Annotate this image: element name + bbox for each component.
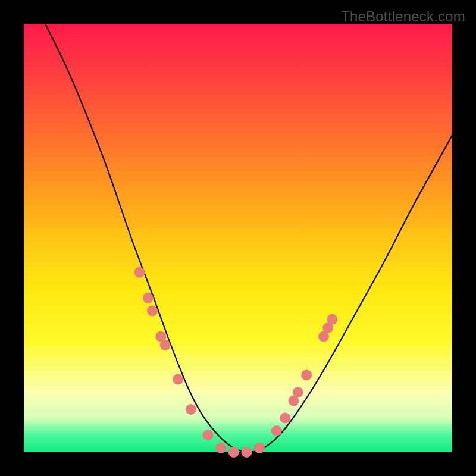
data-marker <box>254 443 265 453</box>
data-marker <box>327 314 337 325</box>
watermark-text: TheBottleneck.com <box>341 8 465 25</box>
data-marker <box>271 425 282 436</box>
data-marker <box>134 267 145 278</box>
data-marker <box>280 412 290 423</box>
data-marker <box>301 369 312 380</box>
data-marker <box>173 374 183 385</box>
marker-layer <box>134 267 337 458</box>
chart-frame: TheBottleneck.com <box>0 0 476 476</box>
data-marker <box>228 447 239 458</box>
data-marker <box>143 293 154 303</box>
data-marker <box>215 443 226 453</box>
data-marker <box>147 305 158 316</box>
plot-area <box>24 24 452 452</box>
data-marker <box>293 387 303 397</box>
data-marker <box>203 430 214 440</box>
chart-svg <box>24 24 452 452</box>
data-marker <box>160 340 171 350</box>
data-marker <box>186 404 196 415</box>
bottleneck-curve <box>45 24 452 452</box>
data-marker <box>241 447 252 458</box>
curve-layer <box>45 24 452 452</box>
